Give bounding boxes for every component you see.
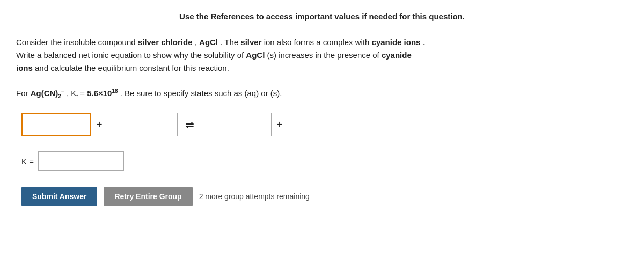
retry-button[interactable]: Retry Entire Group — [104, 187, 192, 206]
button-row: Submit Answer Retry Entire Group 2 more … — [21, 187, 628, 206]
equation-box-3[interactable] — [202, 113, 272, 136]
equation-box-2[interactable] — [108, 113, 178, 136]
top-banner: Use the References to access important v… — [16, 10, 628, 21]
banner-text: Use the References to access important v… — [179, 12, 465, 21]
k-row: K = — [21, 151, 628, 171]
submit-button[interactable]: Submit Answer — [21, 187, 97, 206]
double-arrow-icon: ⇌ — [185, 118, 194, 131]
k-input[interactable] — [38, 151, 124, 171]
equation-box-4[interactable] — [288, 113, 357, 136]
k-label: K = — [21, 157, 34, 166]
plus-1: + — [97, 119, 103, 130]
equation-box-1[interactable] — [21, 113, 91, 136]
attempts-text: 2 more group attempts remaining — [199, 192, 310, 201]
question-text: Consider the insoluble compound silver c… — [16, 36, 628, 75]
plus-2: + — [277, 119, 283, 130]
equation-row: + ⇌ + — [21, 113, 628, 136]
kf-line: For Ag(CN)2− , Kf = 5.6×1018 . Be sure t… — [16, 86, 628, 101]
